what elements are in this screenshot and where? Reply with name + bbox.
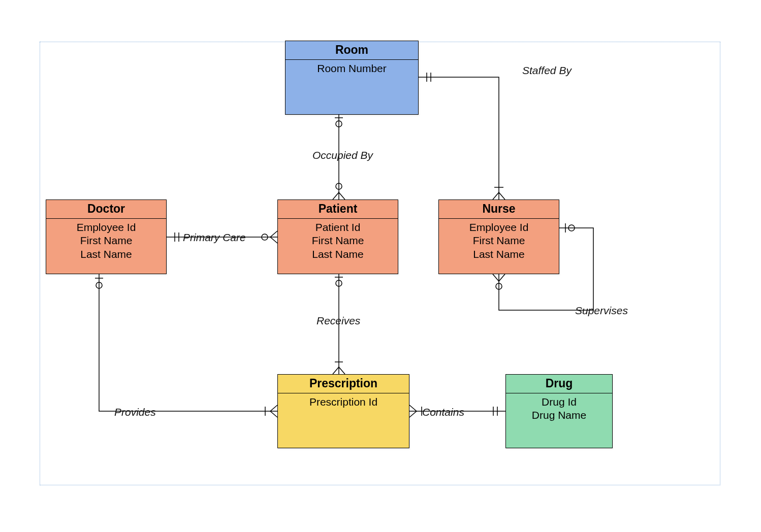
entity-room[interactable]: Room Room Number — [285, 41, 419, 115]
rel-contains: Contains — [422, 406, 464, 418]
entity-prescription[interactable]: Prescription Prescription Id — [277, 374, 409, 448]
entity-patient-attr: First Name — [278, 234, 398, 247]
entity-drug-title: Drug — [506, 375, 612, 393]
entity-patient[interactable]: Patient Patient Id First Name Last Name — [277, 200, 398, 274]
entity-doctor[interactable]: Doctor Employee Id First Name Last Name — [46, 200, 167, 274]
entity-room-title: Room — [286, 41, 418, 60]
entity-drug[interactable]: Drug Drug Id Drug Name — [505, 374, 613, 448]
rel-occupied-by: Occupied By — [312, 149, 373, 161]
rel-primary-care: Primary Care — [183, 231, 246, 244]
rel-staffed-by: Staffed By — [522, 64, 572, 77]
rel-provides: Provides — [114, 406, 156, 418]
entity-drug-attr: Drug Name — [506, 409, 612, 422]
entity-room-attr: Room Number — [286, 62, 418, 75]
entity-drug-attr: Drug Id — [506, 395, 612, 409]
rel-receives: Receives — [316, 315, 360, 327]
entity-nurse-attr: Last Name — [439, 248, 559, 261]
entity-nurse-title: Nurse — [439, 200, 559, 219]
entity-patient-attr: Patient Id — [278, 221, 398, 234]
entity-nurse-attr: First Name — [439, 234, 559, 247]
entity-patient-attr: Last Name — [278, 248, 398, 261]
entity-doctor-attr: Employee Id — [46, 221, 166, 234]
entity-prescription-attr: Prescription Id — [278, 395, 409, 409]
entity-nurse[interactable]: Nurse Employee Id First Name Last Name — [438, 200, 559, 274]
entity-doctor-attr: Last Name — [46, 248, 166, 261]
entity-nurse-attr: Employee Id — [439, 221, 559, 234]
entity-prescription-title: Prescription — [278, 375, 409, 393]
entity-doctor-title: Doctor — [46, 200, 166, 219]
entity-patient-title: Patient — [278, 200, 398, 219]
entity-doctor-attr: First Name — [46, 234, 166, 247]
rel-supervises: Supervises — [575, 305, 628, 317]
